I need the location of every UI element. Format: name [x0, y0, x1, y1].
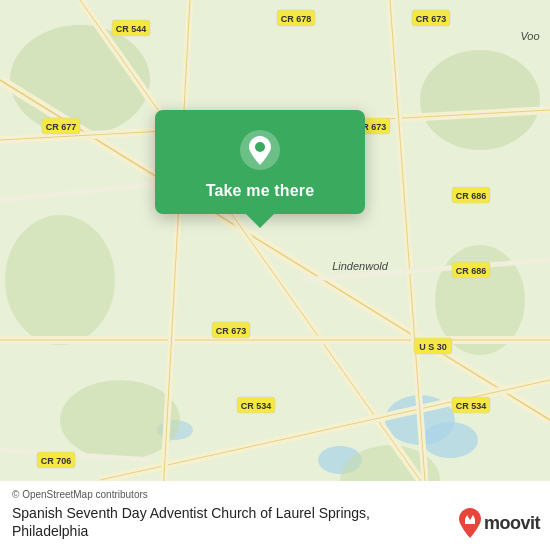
svg-point-55: [255, 142, 265, 152]
svg-text:CR 678: CR 678: [281, 14, 312, 24]
svg-text:U S 30: U S 30: [419, 342, 447, 352]
svg-point-6: [420, 50, 540, 150]
svg-text:CR 686: CR 686: [456, 191, 487, 201]
place-name-label: Spanish Seventh Day Adventist Church of …: [12, 504, 392, 540]
svg-text:CR 706: CR 706: [41, 456, 72, 466]
map-container: CR 544 CR 678 CR 673 CR 677 CR 673 CR 68…: [0, 0, 550, 550]
svg-text:CR 544: CR 544: [116, 24, 147, 34]
bottom-info-bar: © OpenStreetMap contributors Spanish Sev…: [0, 481, 550, 550]
svg-point-9: [60, 380, 180, 460]
moovit-pin-icon: [456, 506, 484, 540]
svg-text:Voo: Voo: [520, 30, 539, 42]
svg-point-7: [5, 215, 115, 345]
svg-text:Lindenwold: Lindenwold: [332, 260, 389, 272]
map-svg: CR 544 CR 678 CR 673 CR 677 CR 673 CR 68…: [0, 0, 550, 550]
take-me-there-label: Take me there: [206, 182, 315, 200]
take-me-there-popup[interactable]: Take me there: [155, 110, 365, 214]
map-attribution: © OpenStreetMap contributors: [12, 489, 538, 500]
svg-text:CR 677: CR 677: [46, 122, 77, 132]
svg-text:CR 686: CR 686: [456, 266, 487, 276]
svg-text:CR 673: CR 673: [216, 326, 247, 336]
svg-text:CR 673: CR 673: [416, 14, 447, 24]
moovit-text: moovit: [484, 513, 540, 534]
svg-text:CR 534: CR 534: [456, 401, 487, 411]
moovit-logo: moovit: [456, 506, 540, 540]
svg-text:CR 534: CR 534: [241, 401, 272, 411]
svg-point-5: [10, 25, 150, 135]
svg-point-2: [422, 422, 478, 458]
location-pin-icon: [238, 128, 282, 172]
